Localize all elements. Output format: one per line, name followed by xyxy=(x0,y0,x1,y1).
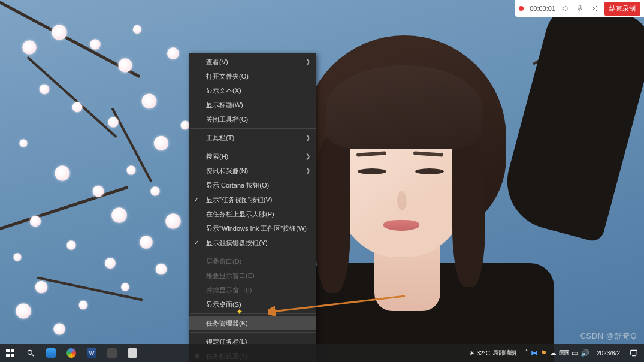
chevron-right-icon: ❯ xyxy=(306,167,310,175)
chevron-right-icon: ❯ xyxy=(306,134,310,142)
system-tray[interactable]: ˄ ⧓ ⚑ ☁ ⌨ ▭ 🔊 xyxy=(521,349,593,357)
menu-item-6[interactable]: 工具栏(T)❯ xyxy=(189,131,316,145)
svg-rect-2 xyxy=(6,349,10,352)
close-icon[interactable] xyxy=(590,4,598,13)
weather-temp: 32°C xyxy=(477,350,490,357)
check-icon: ✓ xyxy=(194,195,199,204)
menu-item-21[interactable]: 任务管理器(K) xyxy=(189,316,316,330)
pinned-app-1[interactable] xyxy=(41,344,61,362)
check-icon: ✓ xyxy=(194,239,199,247)
notification-button[interactable] xyxy=(624,344,644,362)
taskbar-datetime[interactable]: 2023/8/2 xyxy=(593,350,624,357)
taskbar-date: 2023/8/2 xyxy=(597,350,620,357)
mic-icon[interactable] xyxy=(576,4,584,13)
menu-item-1[interactable]: 打开文件夹(O) xyxy=(189,69,316,83)
pinned-app-5[interactable] xyxy=(122,344,143,362)
tray-chevron-icon[interactable]: ˄ xyxy=(525,349,528,357)
menu-item-10[interactable]: 显示 Cortana 按钮(O) xyxy=(189,178,316,192)
svg-rect-3 xyxy=(11,349,14,352)
menu-item-11[interactable]: 显示"任务视图"按钮(V)✓ xyxy=(189,192,316,207)
menu-item-9[interactable]: 资讯和兴趣(N)❯ xyxy=(189,164,316,178)
volume-icon[interactable] xyxy=(561,4,570,13)
cursor-icon: ✦ xyxy=(236,307,243,316)
chevron-right-icon: ❯ xyxy=(306,58,310,66)
tray-security-icon[interactable]: ⚑ xyxy=(540,349,547,357)
search-button[interactable] xyxy=(20,344,41,362)
menu-item-3[interactable]: 显示标题(W) xyxy=(189,98,316,112)
tray-touchkb-icon[interactable]: ⌨ xyxy=(559,349,569,357)
menu-item-19[interactable]: 显示桌面(S) xyxy=(189,297,316,312)
record-indicator-icon xyxy=(519,6,524,11)
tray-cloud-icon[interactable]: ☁ xyxy=(549,349,557,357)
pinned-app-3[interactable]: W xyxy=(81,344,102,362)
weather-icon: ☀ xyxy=(469,350,474,357)
watermark-text: CSDN @舒奇Q xyxy=(580,331,637,342)
record-timer: 00:00:01 xyxy=(530,5,555,12)
menu-item-2[interactable]: 显示文本(X) xyxy=(189,83,316,98)
menu-item-17: 堆叠显示窗口(E) xyxy=(189,269,316,283)
menu-item-8[interactable]: 搜索(H)❯ xyxy=(189,149,316,164)
menu-item-13[interactable]: 显示"Windows Ink 工作区"按钮(W) xyxy=(189,221,316,236)
chevron-right-icon: ❯ xyxy=(306,152,310,161)
tray-volume-icon[interactable]: 🔊 xyxy=(580,349,589,357)
taskbar-context-menu: 查看(V)❯打开文件夹(O)显示文本(X)显示标题(W)关闭工具栏(C)工具栏(… xyxy=(189,53,316,362)
svg-line-7 xyxy=(32,354,34,357)
menu-item-18: 并排显示窗口(I) xyxy=(189,283,316,297)
start-button[interactable] xyxy=(0,344,20,362)
tray-bluetooth-icon[interactable]: ⧓ xyxy=(531,349,538,357)
menu-item-0[interactable]: 查看(V)❯ xyxy=(189,55,316,69)
weather-widget[interactable]: ☀ 32°C 局部晴朗 xyxy=(464,349,521,357)
weather-text: 局部晴朗 xyxy=(492,349,516,357)
taskbar[interactable]: W ☀ 32°C 局部晴朗 ˄ ⧓ ⚑ ☁ ⌨ ▭ 🔊 2023/8/2 xyxy=(0,344,644,362)
pinned-app-2[interactable] xyxy=(61,344,81,362)
menu-item-16: 层叠窗口(D) xyxy=(189,254,316,269)
svg-rect-4 xyxy=(6,354,10,357)
pinned-app-4[interactable] xyxy=(102,344,122,362)
menu-item-4[interactable]: 关闭工具栏(C) xyxy=(189,112,316,126)
menu-item-12[interactable]: 在任务栏上显示人脉(P) xyxy=(189,207,316,221)
svg-rect-5 xyxy=(11,354,14,357)
svg-rect-0 xyxy=(579,5,581,9)
end-record-button[interactable]: 结束录制 xyxy=(604,2,640,16)
svg-rect-8 xyxy=(631,350,637,355)
tray-battery-icon[interactable]: ▭ xyxy=(572,349,578,357)
recording-toolbar: 00:00:01 结束录制 xyxy=(515,0,644,17)
desktop-wallpaper xyxy=(0,0,644,362)
menu-item-14[interactable]: 显示触摸键盘按钮(Y)✓ xyxy=(189,236,316,250)
svg-point-6 xyxy=(28,350,32,354)
